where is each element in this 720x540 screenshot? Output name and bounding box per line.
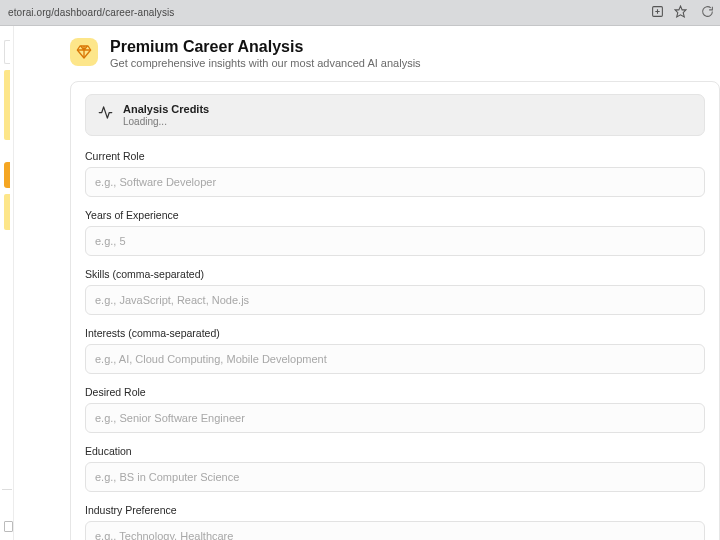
analysis-form-card: Analysis Credits Loading... Current Role… [70,81,720,540]
window-corner-icon [4,521,13,532]
bookmark-star-icon[interactable] [674,5,687,21]
page-title: Premium Career Analysis [110,38,421,56]
current-role-label: Current Role [85,150,705,162]
activity-icon [98,103,113,123]
credits-box: Analysis Credits Loading... [85,94,705,136]
skills-input[interactable] [85,285,705,315]
desired-role-input[interactable] [85,403,705,433]
education-input[interactable] [85,462,705,492]
browser-action-icons [651,5,714,21]
sidebar [0,26,14,540]
install-app-icon[interactable] [651,5,664,21]
sidebar-divider [2,489,12,490]
page-url: etorai.org/dashboard/career-analysis [8,7,174,18]
years-experience-input[interactable] [85,226,705,256]
desired-role-label: Desired Role [85,386,705,398]
credits-status: Loading... [123,116,209,127]
credits-title: Analysis Credits [123,103,209,115]
interests-input[interactable] [85,344,705,374]
current-role-input[interactable] [85,167,705,197]
industry-label: Industry Preference [85,504,705,516]
premium-gem-icon [70,38,98,66]
sidebar-item-active[interactable] [4,162,10,188]
interests-label: Interests (comma-separated) [85,327,705,339]
industry-input[interactable] [85,521,705,540]
education-label: Education [85,445,705,457]
page-subtitle: Get comprehensive insights with our most… [110,57,421,69]
sidebar-item[interactable] [4,40,10,64]
page-header: Premium Career Analysis Get comprehensiv… [70,38,720,69]
sidebar-item[interactable] [4,194,10,230]
sidebar-item[interactable] [4,70,10,140]
skills-label: Skills (comma-separated) [85,268,705,280]
svg-marker-1 [675,6,686,17]
refresh-icon[interactable] [701,5,714,21]
main-content: Premium Career Analysis Get comprehensiv… [14,26,720,540]
years-experience-label: Years of Experience [85,209,705,221]
browser-address-bar: etorai.org/dashboard/career-analysis [0,0,720,26]
